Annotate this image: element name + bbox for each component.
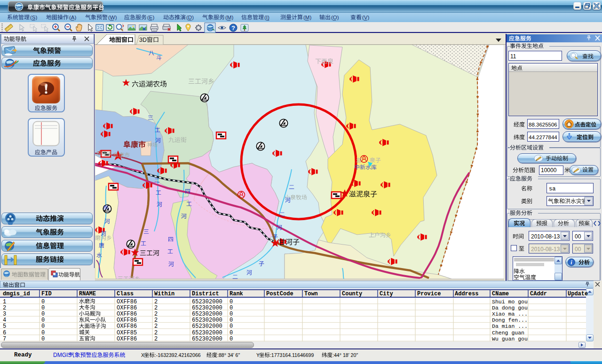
svg-text:?: ?: [231, 24, 235, 32]
